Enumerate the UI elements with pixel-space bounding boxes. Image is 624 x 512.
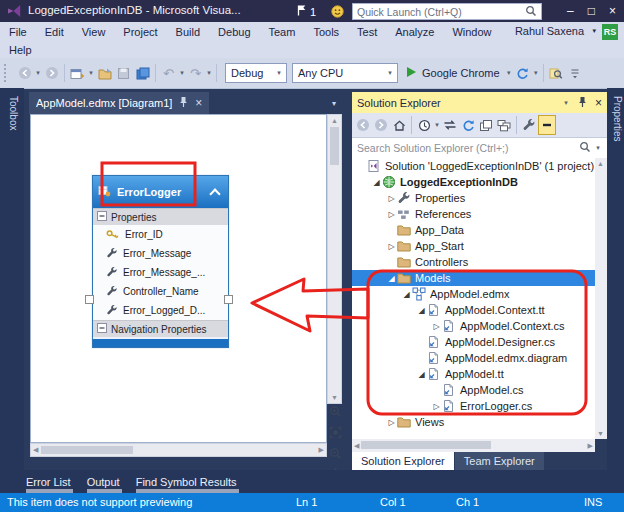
tree-item-solution-loggedexceptionindb-1-project[interactable]: Solution 'LoggedExceptionInDB' (1 projec… xyxy=(352,158,595,174)
bottom-tab-output[interactable]: Output xyxy=(87,470,120,493)
find-in-files-icon[interactable] xyxy=(547,62,566,84)
expanded-arrow-icon[interactable]: ◢ xyxy=(416,370,427,379)
collapse-chevron-icon[interactable] xyxy=(209,188,220,199)
tree-item-loggedexceptionindb[interactable]: ◢LoggedExceptionInDB xyxy=(352,174,595,190)
new-dropdown-caret-icon[interactable]: ▾ xyxy=(87,69,95,77)
collapsed-arrow-icon[interactable]: ▷ xyxy=(386,210,397,219)
properties-section-header[interactable]: Properties xyxy=(93,208,228,225)
navigate-back-icon[interactable] xyxy=(15,62,34,84)
entity-property-error-message-[interactable]: Error_Message_... xyxy=(93,263,228,282)
menu-tools[interactable]: Tools xyxy=(304,22,348,42)
collapsed-arrow-icon[interactable]: ▷ xyxy=(386,194,397,203)
entity-header[interactable]: ErrorLogger xyxy=(93,176,228,208)
menu-team[interactable]: Team xyxy=(260,22,305,42)
scrollbar-thumb[interactable] xyxy=(361,441,491,449)
document-tab[interactable]: AppModel.edmx [Diagram1] × xyxy=(29,92,209,114)
panel-tab-team-explorer[interactable]: Team Explorer xyxy=(455,452,544,470)
tree-item-properties[interactable]: ▷Properties xyxy=(352,190,595,206)
expanded-arrow-icon[interactable]: ◢ xyxy=(416,306,427,315)
tree-item-appmodel-context-cs[interactable]: ▷AppModel.Context.cs xyxy=(352,318,595,334)
collapsed-arrow-icon[interactable]: ▷ xyxy=(431,322,442,331)
bottom-tab-error-list[interactable]: Error List xyxy=(26,470,71,493)
tree-item-views[interactable]: ▷Views xyxy=(352,414,595,430)
toolbar-overflow-icon[interactable] xyxy=(566,62,585,84)
tree-vertical-scrollbar[interactable]: ▲ ▼ xyxy=(595,158,607,439)
fit-page-icon[interactable] xyxy=(329,425,342,443)
back-icon[interactable] xyxy=(354,115,372,135)
menu-analyze[interactable]: Analyze xyxy=(386,22,443,42)
close-button[interactable]: × xyxy=(609,4,616,18)
scrollbar-thumb[interactable] xyxy=(330,127,339,165)
solution-search-input[interactable]: Search Solution Explorer (Ctrl+;) ▾ xyxy=(352,138,607,159)
tree-item-app-start[interactable]: ▷App_Start xyxy=(352,238,595,254)
expanded-arrow-icon[interactable]: ◢ xyxy=(371,178,382,187)
tree-item-appmodel-edmx-diagram[interactable]: AppModel.edmx.diagram xyxy=(352,350,595,366)
zoom-in-icon[interactable] xyxy=(329,404,342,422)
document-list-caret-icon[interactable]: ▾ xyxy=(332,99,336,108)
entity-property-controller-name[interactable]: Controller_Name xyxy=(93,282,228,301)
menu-view[interactable]: View xyxy=(73,22,115,42)
preview-selected-items-icon[interactable] xyxy=(538,115,556,135)
back-dropdown-caret-icon[interactable]: ▾ xyxy=(34,69,42,77)
panel-menu-caret-icon[interactable]: ▾ xyxy=(562,99,570,107)
pending-caret-icon[interactable]: ▾ xyxy=(433,121,441,129)
minus-box-icon[interactable] xyxy=(97,323,107,335)
entity-property-error-id[interactable]: Error_ID xyxy=(93,225,228,244)
menu-help[interactable]: Help xyxy=(0,40,41,60)
collapse-all-icon[interactable] xyxy=(495,115,513,135)
search-options-caret-icon[interactable]: ▾ xyxy=(594,144,602,152)
tree-item-models[interactable]: ◢Models xyxy=(352,270,595,286)
toolbar-grip[interactable] xyxy=(4,64,10,82)
tree-item-appmodel-context-tt[interactable]: ◢AppModel.Context.tt xyxy=(352,302,595,318)
save-icon[interactable] xyxy=(114,62,133,84)
refresh-icon[interactable] xyxy=(459,115,477,135)
scroll-left-icon[interactable]: ◀ xyxy=(33,446,38,454)
save-all-icon[interactable] xyxy=(133,62,152,84)
tree-horizontal-scrollbar[interactable]: ◀ ▶ xyxy=(352,439,595,452)
bottom-tab-find-symbol-results[interactable]: Find Symbol Results xyxy=(136,470,237,493)
run-dropdown-caret-icon[interactable]: ▾ xyxy=(505,69,513,77)
tree-item-appmodel-tt[interactable]: ◢AppModel.tt xyxy=(352,366,595,382)
signed-in-user[interactable]: Rahul Saxena xyxy=(515,25,584,37)
scrollbar-thumb[interactable] xyxy=(41,446,133,454)
toolbox-tab[interactable]: Toolbox xyxy=(5,96,19,130)
scroll-up-icon[interactable]: ▲ xyxy=(597,160,604,167)
avatar[interactable]: RS xyxy=(602,24,618,40)
home-icon[interactable] xyxy=(390,115,408,135)
scroll-down-icon[interactable]: ▼ xyxy=(597,430,604,437)
menu-project[interactable]: Project xyxy=(114,22,166,42)
pin-icon[interactable] xyxy=(577,96,588,110)
minimize-button[interactable]: – xyxy=(567,4,574,18)
zoom-out-icon[interactable] xyxy=(329,446,342,464)
collapsed-arrow-icon[interactable]: ▷ xyxy=(386,418,397,427)
open-file-icon[interactable] xyxy=(95,62,114,84)
start-debug-button[interactable]: Google Chrome ▾ xyxy=(406,66,513,80)
redo-dropdown-caret-icon[interactable]: ▾ xyxy=(205,69,213,77)
panel-tab-solution-explorer[interactable]: Solution Explorer xyxy=(352,452,454,470)
tree-item-references[interactable]: ▷References xyxy=(352,206,595,222)
tree-item-controllers[interactable]: Controllers xyxy=(352,254,595,270)
properties-wrench-icon[interactable] xyxy=(520,115,538,135)
tree-item-appmodel-edmx[interactable]: ◢AppModel.edmx xyxy=(352,286,595,302)
collapsed-arrow-icon[interactable]: ▷ xyxy=(431,402,442,411)
scroll-right-icon[interactable]: ▶ xyxy=(588,442,593,450)
menu-build[interactable]: Build xyxy=(167,22,209,42)
scroll-up-icon[interactable]: ▲ xyxy=(328,117,341,124)
tree-item-app-data[interactable]: App_Data xyxy=(352,222,595,238)
tree-item-errorlogger-cs[interactable]: ▷ErrorLogger.cs xyxy=(352,398,595,414)
navigation-section-header[interactable]: Navigation Properties xyxy=(93,320,228,337)
scroll-right-icon[interactable]: ▶ xyxy=(319,446,324,454)
menu-file[interactable]: File xyxy=(0,22,36,42)
navigate-forward-icon[interactable] xyxy=(42,62,61,84)
close-tab-icon[interactable]: × xyxy=(195,96,202,110)
user-dropdown-caret-icon[interactable]: ▾ xyxy=(592,27,596,35)
show-all-files-icon[interactable] xyxy=(477,115,495,135)
minus-box-icon[interactable] xyxy=(97,211,107,223)
menu-window[interactable]: Window xyxy=(443,22,500,42)
refresh-icon[interactable] xyxy=(513,62,532,84)
editor-horizontal-scrollbar[interactable]: ◀ ▶ xyxy=(30,443,327,457)
entity-errorlogger[interactable]: ErrorLogger Properties Error_IDError_Mes… xyxy=(92,175,229,348)
platform-select[interactable]: Any CPU▾ xyxy=(292,63,398,83)
redo-icon[interactable]: ↷ xyxy=(186,62,205,84)
scroll-left-icon[interactable]: ◀ xyxy=(354,442,359,450)
